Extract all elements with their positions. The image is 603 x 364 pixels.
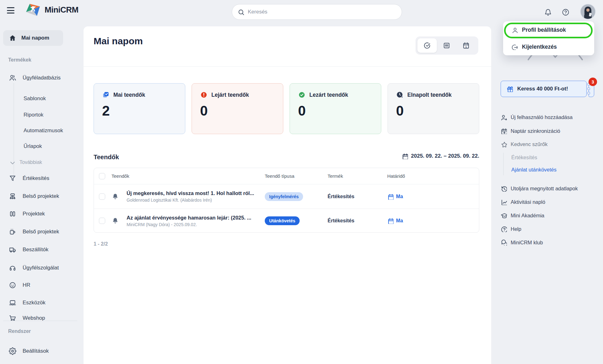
link-help[interactable]: Help [501, 224, 601, 234]
link-favorite-filters[interactable]: Kedvenc szűrők [501, 139, 601, 149]
row-checkbox[interactable] [99, 193, 105, 200]
link-add-user[interactable]: Új felhasználó hozzáadása [501, 112, 601, 122]
task-type-badge: Utánkövetés [265, 216, 300, 225]
menu-icon[interactable] [7, 7, 14, 14]
search-bar[interactable] [232, 4, 402, 20]
help-button[interactable] [561, 8, 570, 17]
avatar-portrait [581, 4, 595, 19]
stat-label: Mai teendők [113, 92, 145, 98]
sidebar-item-sablonok[interactable]: Sablonok [24, 95, 46, 102]
sidebar-item-beallitasok[interactable]: Beállítások [0, 345, 80, 357]
view-tasks-button[interactable] [417, 38, 437, 53]
sidebar-item-label: Mai napom [21, 35, 49, 41]
tasks-table-header: Teendők Teendő típusa Termék Határidő [94, 168, 479, 184]
check-circle-icon [423, 42, 431, 49]
link-recent-records[interactable]: Utoljára megnyitott adatlapok [501, 183, 601, 193]
task-title: Az ajánlat érvényessége hamarosan lejár:… [127, 215, 265, 221]
task-subtitle: Goldenroad Logisztikai Kft. (Alabárdos I… [127, 198, 265, 203]
bell-icon [544, 8, 552, 16]
task-bell-icon [111, 217, 119, 225]
logout-label: Kijelentkezés [522, 44, 557, 50]
graduation-cap-icon [501, 212, 507, 219]
view-list-button[interactable] [437, 38, 456, 53]
table-row[interactable]: Az ajánlat érvényessége hamarosan lejár:… [94, 209, 479, 233]
sidebar-item-belso-projektek-2[interactable]: Belső projektek [0, 225, 80, 238]
minicrm-logo [24, 3, 41, 17]
task-subtitle: MiniCRM (Nagy Dóra) - 2025.09.02. [127, 222, 265, 227]
gift-icon [507, 86, 513, 92]
sitemap-icon [9, 193, 16, 200]
task-due[interactable]: Ma [387, 218, 459, 224]
chat-bubbles-icon [501, 239, 507, 246]
sidebar-item-automatizmusok[interactable]: Automatizmusok [24, 128, 63, 134]
task-title: Új megkeresés, hívd vissza most! 1. Hol … [127, 190, 265, 196]
sidebar-item-label: Projektek [23, 211, 45, 217]
sidebar-item-urlapok[interactable]: Űrlapok [24, 143, 42, 149]
stat-label: Lezárt teendők [309, 92, 348, 98]
select-all-checkbox[interactable] [99, 173, 105, 179]
logout-item[interactable]: Kijelentkezés [503, 39, 594, 55]
user-avatar[interactable] [581, 4, 595, 19]
sidebar-item-label: HR [23, 282, 30, 288]
sidebar-item-riportok[interactable]: Riportok [24, 112, 43, 118]
sidebar-item-belso-projektek[interactable]: Belső projektek [0, 190, 80, 203]
sidebar-toggle-tovabbiak[interactable]: Továbbiak [0, 156, 80, 169]
history-icon [501, 185, 507, 192]
task-type-badge: Igényfelmérés [265, 192, 303, 201]
view-toggle-group: 1 [416, 36, 478, 55]
copy-check-icon [102, 91, 110, 99]
task-product: Értékesítés [328, 194, 387, 199]
stat-card-lejart-teendok[interactable]: Lejárt teendők 0 [192, 83, 283, 134]
row-checkbox[interactable] [99, 218, 105, 224]
sidebar-item-beszallitok[interactable]: Beszállítók [0, 243, 80, 256]
favorite-filter-link[interactable]: Ajánlat utánkövetés [511, 167, 557, 173]
sidebar-item-mai-napom[interactable]: Mai napom [3, 30, 63, 46]
column-header: Határidő [387, 173, 459, 179]
smile-icon [9, 281, 16, 289]
link-calendar-sync[interactable]: Naptár szinkronizáció [501, 126, 601, 136]
user-plus-icon [501, 114, 507, 120]
stat-card-mai-teendok[interactable]: Mai teendők 2 [94, 83, 185, 134]
search-icon [238, 9, 244, 15]
date-range-label: 2025. 09. 22. – 2025. 09. 22. [411, 153, 479, 159]
sidebar-item-hr[interactable]: HR [0, 279, 80, 291]
column-header: Termék [328, 173, 387, 179]
header-divider [84, 66, 491, 67]
tasks-table: Teendők Teendő típusa Termék Határidő Új… [94, 168, 479, 233]
sidebar-item-projektek[interactable]: Projektek [0, 208, 80, 220]
stat-card-lezart-teendok[interactable]: Lezárt teendők 0 [290, 83, 381, 134]
promo-button[interactable]: Keress 40 000 Ft-ot! [501, 81, 587, 97]
sidebar-item-eszkozok[interactable]: Eszközök [0, 296, 80, 309]
sidebar-item-label: Ügyféladatbázis [23, 75, 61, 81]
link-label: MiniCRM klub [511, 240, 543, 246]
tasks-section-title: Teendők [94, 154, 119, 161]
notifications-button[interactable] [544, 8, 552, 17]
sidebar-item-label: Értékesítés [23, 175, 49, 182]
clock-snooze-icon: z [396, 91, 404, 99]
profile-settings-item[interactable]: Profil beállítások [503, 22, 594, 38]
table-row[interactable]: Új megkeresés, hívd vissza most! 1. Hol … [94, 184, 479, 209]
pagination-label: 1 - 2/2 [94, 241, 108, 247]
stat-label: Lejárt teendők [211, 92, 249, 98]
sidebar-item-ugyfeladatbazis[interactable]: Ügyféladatbázis [0, 72, 80, 84]
date-range-picker[interactable]: 2025. 09. 22. – 2025. 09. 22. [402, 153, 479, 159]
sidebar-item-ugyfelszolgalat[interactable]: Ügyfélszolgálat [0, 262, 80, 274]
link-label: Új felhasználó hozzáadása [511, 114, 573, 120]
link-activity-log[interactable]: Aktivitási napló [501, 197, 601, 207]
favorites-line [503, 153, 504, 175]
cart-icon [9, 314, 16, 321]
sidebar-item-ertekesites[interactable]: Értékesítés [0, 172, 80, 185]
view-calendar-button[interactable]: 1 [456, 38, 476, 53]
search-input[interactable] [248, 9, 396, 15]
link-label: Aktivitási napló [511, 199, 545, 205]
profile-settings-label: Profil beállítások [522, 27, 566, 33]
stat-card-elnapolt-teendok[interactable]: z Elnapolt teendők 0 [388, 83, 479, 134]
task-product: Értékesítés [328, 218, 387, 224]
task-due[interactable]: Ma [387, 193, 459, 200]
sidebar-item-label: Webshop [23, 315, 45, 321]
kanban-icon [9, 210, 16, 218]
link-mini-akademia[interactable]: Mini Akadémia [501, 210, 601, 220]
promo-label: Keress 40 000 Ft-ot! [517, 86, 568, 92]
sidebar-item-webshop[interactable]: Webshop [0, 312, 80, 321]
link-minicrm-klub[interactable]: MiniCRM klub [501, 237, 601, 247]
